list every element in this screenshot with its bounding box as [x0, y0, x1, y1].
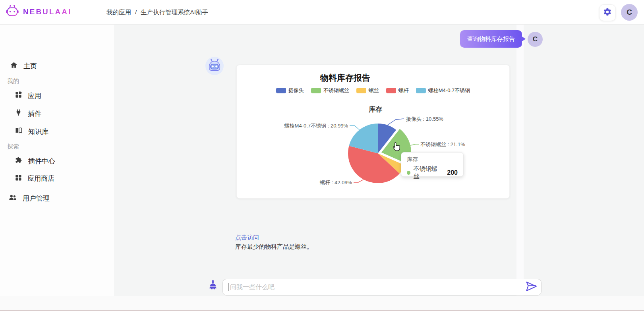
user-message-bubble: 查询物料库存报告	[460, 30, 522, 48]
mouse-cursor-hand-icon	[391, 142, 401, 154]
gear-icon	[603, 8, 612, 18]
label-line-camera	[387, 119, 404, 125]
sidebar-item-label: 应用商店	[27, 174, 54, 183]
chart-tooltip: 库存 不锈钢螺丝 200	[401, 152, 464, 177]
breadcrumb-current: 生产执行管理系统AI助手	[141, 8, 208, 17]
puzzle-icon	[15, 156, 23, 166]
tooltip-marker-dot	[407, 171, 410, 175]
robot-logo-icon	[5, 4, 20, 20]
clear-chat-button[interactable]	[207, 279, 219, 294]
sidebar-item-home[interactable]: 主页	[10, 61, 37, 71]
breadcrumb-separator: /	[135, 9, 137, 16]
bottom-strip	[0, 296, 644, 311]
sidebar-item-plugin-center[interactable]: 插件中心	[15, 156, 55, 166]
visit-link[interactable]: 点击访问	[235, 234, 259, 241]
breadcrumb: 我的应用 / 生产执行管理系统AI助手	[106, 0, 208, 25]
sidebar-item-app-store[interactable]: 应用商店	[15, 174, 54, 183]
assistant-summary-text: 库存最少的物料产品是螺丝。	[235, 243, 313, 251]
pie-callout-camera: 摄像头 : 10.55%	[406, 116, 443, 123]
scrollbar-track[interactable]	[516, 25, 524, 296]
pie-callout-stainless-screw: 不锈钢螺丝 : 21.1%	[420, 141, 465, 148]
app-store-icon	[15, 174, 22, 183]
sidebar-item-label: 主页	[23, 62, 37, 71]
text-caret	[228, 283, 229, 291]
sidebar-item-knowledge-base[interactable]: 知识库	[15, 127, 48, 137]
tooltip-series-name: 库存	[407, 156, 458, 163]
sidebar-item-label: 用户管理	[23, 194, 50, 203]
pie-callout-screw-rod: 螺杆 : 42.09%	[320, 179, 352, 186]
book-icon	[15, 127, 23, 137]
sidebar-item-label: 知识库	[28, 127, 48, 136]
apps-icon	[15, 91, 22, 100]
label-line-screw-rod	[354, 180, 364, 182]
plug-icon	[15, 109, 22, 118]
user-message-avatar: C	[528, 32, 543, 47]
users-icon	[8, 193, 17, 204]
inventory-report-card: 物料库存报告 摄像头 不锈钢螺丝 螺丝 螺杆 螺栓M4-0.7不锈钢	[236, 65, 510, 199]
sidebar: 主页 我的 应用 插件	[0, 25, 114, 296]
label-line-bolt	[350, 126, 360, 130]
sidebar-item-label: 插件中心	[28, 156, 55, 166]
pie-chart	[237, 65, 510, 199]
breadcrumb-parent[interactable]: 我的应用	[106, 8, 131, 17]
robot-avatar-icon	[207, 58, 222, 74]
user-avatar[interactable]: C	[621, 4, 638, 21]
app-root: NEBULAAI 我的应用 / 生产执行管理系统AI助手 C 主页 我的	[0, 0, 644, 311]
settings-button[interactable]	[599, 4, 616, 21]
chat-input-container	[222, 279, 542, 296]
label-line-stainless-screw	[410, 144, 419, 145]
logo[interactable]: NEBULAAI	[5, 4, 72, 20]
sidebar-item-label: 应用	[28, 91, 41, 100]
home-icon	[10, 61, 18, 71]
sidebar-item-label: 插件	[28, 109, 41, 118]
broom-icon	[207, 287, 219, 294]
chat-input[interactable]	[230, 279, 516, 295]
sidebar-section-my: 我的	[7, 77, 19, 85]
assistant-avatar	[205, 57, 224, 75]
sidebar-item-apps[interactable]: 应用	[15, 91, 41, 100]
send-plane-icon	[525, 281, 537, 293]
sidebar-section-explore: 探索	[7, 143, 19, 151]
send-button[interactable]	[524, 282, 538, 293]
logo-text: NEBULAAI	[23, 8, 72, 16]
tooltip-item-value: 200	[447, 169, 458, 176]
header: NEBULAAI 我的应用 / 生产执行管理系统AI助手 C	[0, 0, 644, 25]
pie-callout-bolt: 螺栓M4-0.7不锈钢 : 20.99%	[284, 122, 348, 129]
sidebar-item-user-management[interactable]: 用户管理	[8, 193, 50, 204]
tooltip-item-name: 不锈钢螺丝	[414, 165, 439, 180]
sidebar-item-plugins[interactable]: 插件	[15, 109, 41, 118]
